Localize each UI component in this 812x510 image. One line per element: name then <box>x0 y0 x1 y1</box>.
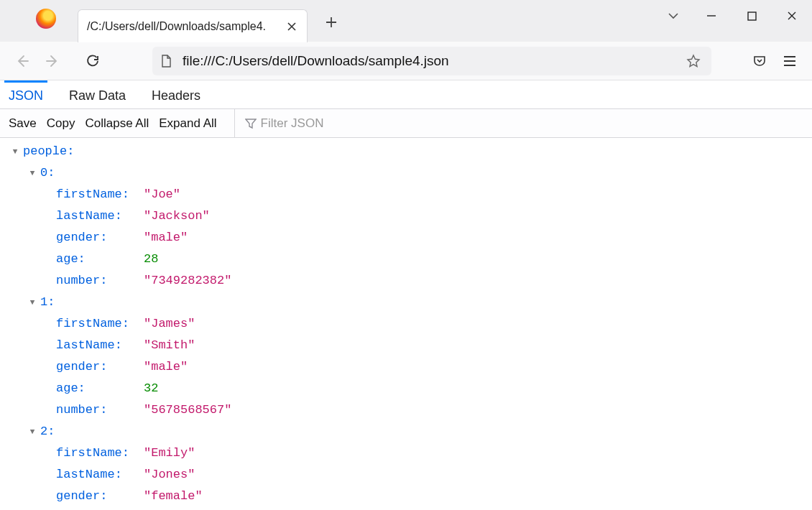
close-tab-button[interactable] <box>285 20 298 33</box>
json-key[interactable]: people <box>23 141 67 162</box>
json-key[interactable]: lastName <box>56 468 115 481</box>
json-value[interactable]: "Emily" <box>144 442 195 464</box>
json-body: people:0:firstName:"Joe"lastName:"Jackso… <box>0 138 812 510</box>
json-key[interactable]: firstName <box>56 317 122 330</box>
bookmark-button[interactable] <box>683 50 704 72</box>
hamburger-icon <box>783 55 796 67</box>
star-icon <box>686 54 701 68</box>
tab-raw-data[interactable]: Raw Data <box>65 80 130 108</box>
close-icon <box>787 11 797 21</box>
json-value[interactable]: "Jones" <box>144 464 195 486</box>
titlebar: /C:/Users/dell/Downloads/sample4. <box>0 0 812 42</box>
json-value[interactable]: "Joe" <box>144 184 180 205</box>
json-index[interactable]: 2 <box>40 421 47 442</box>
maximize-icon <box>747 11 757 21</box>
minimize-button[interactable] <box>691 0 732 32</box>
json-index[interactable]: 1 <box>40 292 47 313</box>
json-value[interactable]: "5678568567" <box>144 399 231 421</box>
json-value[interactable]: "Smith" <box>144 335 195 356</box>
save-button[interactable]: Save <box>9 116 37 131</box>
url-text: file:///C:/Users/dell/Downloads/sample4.… <box>183 53 683 69</box>
tab-list-button[interactable] <box>655 0 691 32</box>
json-tree[interactable]: people:0:firstName:"Joe"lastName:"Jackso… <box>0 138 812 510</box>
json-key[interactable]: firstName <box>56 446 122 460</box>
json-key[interactable]: firstName <box>56 187 122 201</box>
json-key[interactable]: gender <box>56 489 100 503</box>
back-button[interactable] <box>9 47 36 75</box>
new-tab-button[interactable] <box>319 10 343 34</box>
json-viewer-tabs: JSON Raw Data Headers <box>0 80 812 109</box>
tab-json[interactable]: JSON <box>4 80 47 108</box>
filter-icon <box>245 118 257 129</box>
json-key[interactable]: age <box>56 381 78 395</box>
twisty-icon[interactable] <box>27 297 37 307</box>
expand-all-button[interactable]: Expand All <box>159 116 216 131</box>
tab-title: /C:/Users/dell/Downloads/sample4. <box>87 20 280 33</box>
json-key[interactable]: gender <box>56 231 100 244</box>
twisty-icon[interactable] <box>10 147 20 157</box>
json-viewer-actions: Save Copy Collapse All Expand All <box>0 109 812 138</box>
json-value[interactable]: 28 <box>144 249 158 270</box>
json-value[interactable]: 32 <box>144 378 158 399</box>
maximize-button[interactable] <box>732 0 772 32</box>
page-icon <box>160 55 172 68</box>
json-value[interactable]: "female" <box>144 486 203 507</box>
json-key[interactable]: number <box>56 403 100 417</box>
reload-icon <box>86 54 100 68</box>
json-key[interactable]: lastName <box>56 338 115 352</box>
chevron-down-icon <box>668 10 679 22</box>
twisty-icon[interactable] <box>27 427 37 437</box>
filter-wrap <box>234 109 405 137</box>
arrow-right-icon <box>45 54 60 68</box>
window-controls <box>655 0 812 32</box>
json-value[interactable]: "7349282382" <box>144 270 231 292</box>
app-menu-button[interactable] <box>776 47 803 75</box>
json-index[interactable]: 0 <box>40 162 47 184</box>
json-key[interactable]: age <box>56 252 78 266</box>
url-bar[interactable]: file:///C:/Users/dell/Downloads/sample4.… <box>152 47 711 75</box>
json-value[interactable]: "Jackson" <box>144 205 210 227</box>
filter-input[interactable] <box>261 116 405 131</box>
pocket-icon <box>752 54 767 68</box>
window-close-button[interactable] <box>772 0 812 32</box>
minimize-icon <box>706 11 716 21</box>
json-value[interactable]: "male" <box>144 227 188 249</box>
plus-icon <box>325 16 338 29</box>
reload-button[interactable] <box>79 47 106 75</box>
json-key[interactable]: number <box>56 274 100 287</box>
firefox-logo-icon <box>36 9 56 29</box>
navigation-toolbar: file:///C:/Users/dell/Downloads/sample4.… <box>0 42 812 80</box>
json-value[interactable]: "James" <box>144 313 195 335</box>
svg-rect-0 <box>748 12 756 20</box>
json-value[interactable]: "male" <box>144 356 188 378</box>
browser-tab[interactable]: /C:/Users/dell/Downloads/sample4. <box>78 9 308 42</box>
collapse-all-button[interactable]: Collapse All <box>85 116 149 131</box>
json-key[interactable]: lastName <box>56 209 115 223</box>
pocket-button[interactable] <box>746 47 773 75</box>
copy-button[interactable]: Copy <box>47 116 75 131</box>
tab-headers[interactable]: Headers <box>147 80 205 108</box>
arrow-left-icon <box>15 54 29 68</box>
forward-button[interactable] <box>39 47 66 75</box>
close-icon <box>287 22 297 32</box>
twisty-icon[interactable] <box>27 168 37 178</box>
json-key[interactable]: gender <box>56 360 100 374</box>
